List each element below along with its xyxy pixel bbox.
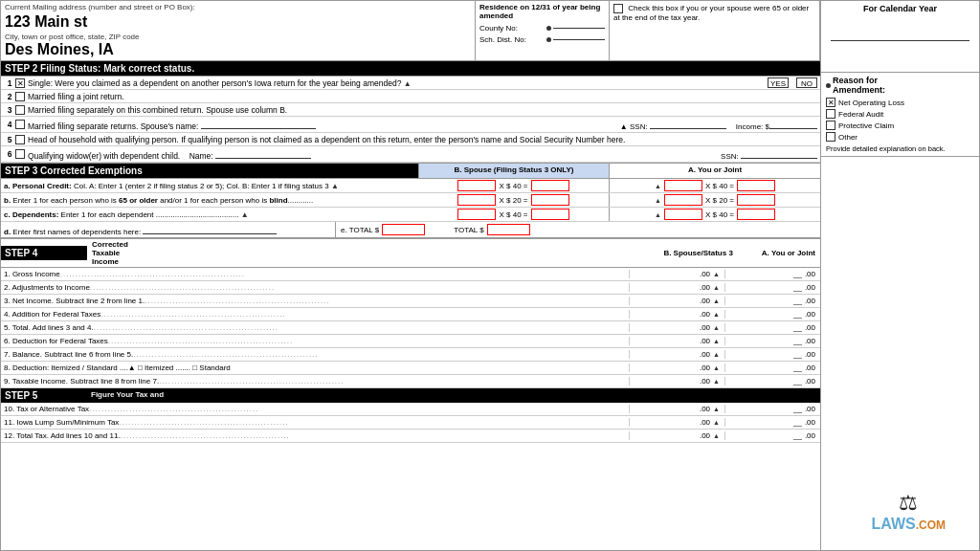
sch-dist-input[interactable] (553, 39, 605, 40)
row-num-1: 1 (4, 78, 15, 88)
county-input[interactable] (553, 28, 605, 29)
reason-federal: Federal Audit (826, 109, 974, 119)
you-result-b[interactable] (737, 194, 775, 206)
page: Current Mailing address (number and stre… (0, 0, 980, 551)
row-num-5: 5 (4, 135, 15, 144)
step4-you-val-4: __.00 (724, 310, 820, 319)
checkbox-65[interactable] (613, 4, 623, 13)
you-input-a[interactable] (664, 180, 702, 191)
address-section: Current Mailing address (number and stre… (1, 1, 820, 61)
watermark-icon: ⚖ (899, 491, 918, 516)
calendar-year-input[interactable] (831, 28, 969, 41)
checkbox-row3[interactable] (15, 105, 25, 115)
checkbox-65-area: Check this box if you or your spouse wer… (610, 1, 820, 60)
step4-rows: 1. Gross Income.........................… (1, 268, 820, 388)
exemption-row-a: a. Personal Credit: Col. A: Enter 1 (ent… (1, 179, 820, 193)
total-label: TOTAL $ (454, 226, 483, 234)
step4-row-3: 3. Net Income. Subtract line 2 from line… (1, 295, 820, 308)
checkbox-row6[interactable] (15, 149, 25, 159)
ssn-row6: SSN: (721, 147, 817, 161)
reason-other-label: Other (838, 133, 858, 142)
city-label: City, town or post office, state, ZIP co… (5, 33, 471, 41)
spouse-result-c[interactable] (531, 209, 569, 220)
exemption-row-b: b. Enter 1 for each person who is 65 or … (1, 193, 820, 208)
step2-row-2: 2 Married filing a joint return. (1, 90, 820, 103)
spouse-input-a[interactable] (457, 180, 496, 191)
step2-row-5: 5 Head of household with qualifying pers… (1, 133, 820, 146)
checkbox-row1[interactable] (15, 78, 25, 88)
step4-row-desc-6: 6. Deduction for Federal Taxes..........… (1, 336, 629, 346)
reason-protective-checkbox[interactable] (826, 121, 835, 130)
step5-row-desc-11: 11. Iowa Lump Sum/Minimum Tax...........… (1, 417, 629, 428)
step2-row-6: 6 Qualifying widow(er) with dependent ch… (1, 146, 820, 163)
row3-text: Married filing separately on this combin… (28, 105, 817, 115)
reason-protective: Protective Claim (826, 121, 974, 130)
no-box[interactable]: NO (796, 77, 817, 88)
total-a-input[interactable] (487, 224, 530, 235)
step4-spouse-val-8: .00▲ (629, 364, 724, 372)
step5-row-desc-12: 12. Total Tax. Add lines 10 and 11......… (1, 430, 629, 441)
checkbox-row4[interactable] (15, 120, 25, 129)
you-result-c[interactable] (737, 209, 775, 220)
step4-row-desc-7: 7. Balance. Subtract line 6 from line 5.… (1, 349, 629, 360)
row-num-3: 3 (4, 105, 15, 115)
step5-spouse-val-10: .00▲ (629, 405, 724, 413)
step4-row-5: 5. Total. Add lines 3 and 4.............… (1, 321, 820, 335)
step5-title: STEP 5 (1, 388, 87, 403)
step5-spouse-val-11: .00▲ (629, 418, 724, 427)
calendar-year-area: For Calendar Year (821, 1, 979, 73)
county-label: County No: (479, 24, 546, 33)
total-e-input[interactable] (382, 224, 425, 235)
multiplier-c-spouse: X $ 40 = (499, 210, 527, 219)
street-label: Current Mailing address (number and stre… (5, 3, 471, 11)
step5-header: STEP 5 Figure Your Tax and (1, 388, 820, 403)
reason-nol: Net Operating Loss (826, 98, 974, 107)
step4-spouse-val-3: .00▲ (629, 297, 724, 305)
you-result-a[interactable] (737, 180, 775, 191)
reason-other: Other (826, 132, 974, 142)
row-num-6: 6 (4, 149, 15, 159)
sch-dist-label: Sch. Dist. No: (479, 35, 546, 44)
yes-no-area: YES NO (766, 77, 817, 88)
step2-row-3: 3 Married filing separately on this comb… (1, 103, 820, 117)
step5-row-12: 12. Total Tax. Add lines 10 and 11......… (1, 430, 820, 443)
row6-text: Qualifying widow(er) with dependent chil… (28, 147, 711, 161)
reason-federal-checkbox[interactable] (826, 109, 835, 119)
city-value: Des Moines, IA (5, 41, 471, 58)
sidebar: For Calendar Year Reason forAmendment: N… (821, 1, 979, 550)
calendar-year-label: For Calendar Year (826, 4, 974, 13)
reason-other-checkbox[interactable] (826, 132, 835, 142)
step4-header-row: STEP 4 CorrectedTaxableIncome B. Spouse/… (1, 239, 820, 268)
step4-you-val-9: __.00 (724, 377, 820, 386)
watermark: ⚖ LAWS.COM (871, 491, 946, 533)
multiplier-a-spouse: X $ 40 = (499, 182, 527, 190)
spouse-input-b[interactable] (457, 194, 496, 206)
step4-section: STEP 4 CorrectedTaxableIncome B. Spouse/… (1, 239, 820, 388)
step5-row-10: 10. Tax or Alternative Tax..............… (1, 403, 820, 416)
checkbox-row2[interactable] (15, 92, 25, 101)
you-input-c[interactable] (664, 209, 702, 220)
you-inputs-c: ▲ X $ 40 = (610, 208, 820, 221)
address-left: Current Mailing address (number and stre… (1, 1, 476, 60)
reason-nol-checkbox[interactable] (826, 98, 835, 107)
spouse-input-c[interactable] (457, 209, 496, 220)
step4-you-val-3: __.00 (724, 297, 820, 305)
yes-box[interactable]: YES (768, 77, 789, 88)
you-input-b[interactable] (664, 194, 702, 206)
step3-header: STEP 3 Corrected Exemptions (1, 164, 418, 178)
spouse-result-b[interactable] (531, 194, 569, 206)
row-num-4: 4 (4, 120, 15, 129)
multiplier-b-spouse: X $ 20 = (499, 196, 527, 205)
spouse-inputs-b: X $ 20 = (418, 193, 610, 207)
exemption-desc-a: a. Personal Credit: Col. A: Enter 1 (ent… (1, 181, 418, 191)
checkbox-65-text: Check this box if you or your spouse wer… (613, 4, 809, 22)
step4-spouse-val-1: .00▲ (629, 270, 724, 278)
multiplier-c-you: X $ 40 = (705, 210, 734, 219)
step4-row-7: 7. Balance. Subtract line 6 from line 5.… (1, 348, 820, 362)
checkbox-row5[interactable] (15, 135, 25, 144)
watermark-text: LAWS.COM (871, 516, 946, 533)
spouse-result-a[interactable] (531, 180, 569, 191)
step4-row-8: 8. Deduction: Itemized / Standard ....▲ … (1, 362, 820, 375)
residence-area: Residence on 12/31 of year being amended… (476, 1, 610, 60)
step4-you-val-1: __.00 (724, 270, 820, 278)
